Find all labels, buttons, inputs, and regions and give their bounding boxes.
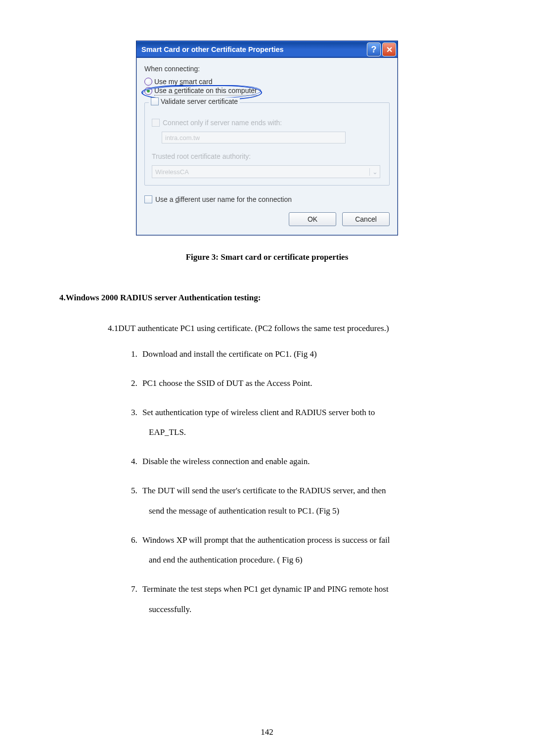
validate-server-legend[interactable]: Validate server certificate — [149, 97, 240, 105]
radio-certificate-label: Use a certificate on this computer — [154, 87, 257, 95]
different-user-row[interactable]: Use a different user name for the connec… — [144, 195, 390, 203]
help-icon: ? — [371, 45, 377, 55]
chevron-down-icon: ⌄ — [369, 168, 380, 176]
validate-server-groupbox: Validate server certificate Connect only… — [144, 102, 390, 186]
different-user-label: Use a different user name for the connec… — [155, 195, 292, 203]
connection-mode-radios: Use my smart card Use a certificate on t… — [144, 78, 390, 95]
connect-ends-with-row: Connect only if server name ends with: — [152, 119, 382, 127]
close-button[interactable]: ✕ — [382, 43, 396, 56]
step-2: PC1 choose the SSID of DUT as the Access… — [139, 374, 475, 394]
different-user-checkbox[interactable] — [144, 195, 152, 203]
smartcard-dialog: Smart Card or other Certificate Properti… — [136, 41, 398, 236]
radio-certificate-icon — [144, 87, 152, 95]
trusted-root-combo: WirelessCA ⌄ — [152, 165, 380, 178]
trusted-root-label: Trusted root certificate authority: — [152, 152, 251, 160]
subsection-41: 4.1DUT authenticate PC1 using certificat… — [108, 324, 475, 333]
radio-smart-card-label: Use my smart card — [154, 78, 212, 86]
step-6: Windows XP will prompt that the authenti… — [139, 530, 475, 571]
validate-server-checkbox[interactable] — [151, 97, 159, 105]
radio-use-certificate-row[interactable]: Use a certificate on this computer — [144, 87, 390, 95]
step-7: Terminate the test steps when PC1 get dy… — [139, 579, 475, 620]
validate-server-label: Validate server certificate — [161, 97, 238, 105]
help-button[interactable]: ? — [367, 43, 381, 56]
ok-button[interactable]: OK — [289, 212, 336, 226]
server-name-value: intra.com.tw — [165, 134, 200, 142]
section-heading: 4.Windows 2000 RADIUS server Authenticat… — [59, 293, 475, 303]
server-name-input: intra.com.tw — [162, 132, 346, 143]
trusted-root-label-row: Trusted root certificate authority: — [152, 152, 382, 160]
dialog-titlebar: Smart Card or other Certificate Properti… — [136, 41, 398, 58]
trusted-root-value: WirelessCA — [152, 168, 369, 176]
connect-ends-with-label: Connect only if server name ends with: — [163, 119, 282, 127]
figure-caption: Figure 3: Smart card or certificate prop… — [59, 252, 475, 262]
connect-ends-with-checkbox — [152, 119, 160, 127]
step-5: The DUT will send the user's certificate… — [139, 481, 475, 521]
step-3: Set authentication type of wireless clie… — [139, 403, 475, 443]
radio-use-smart-card-row[interactable]: Use my smart card — [144, 78, 390, 86]
step-4: Disable the wireless connection and enab… — [139, 452, 475, 472]
page-number: 142 — [0, 727, 534, 737]
procedure-steps: Download and install the certificate on … — [139, 344, 475, 620]
dialog-buttons: OK Cancel — [144, 212, 390, 226]
radio-smart-card-icon — [144, 78, 152, 86]
step-1: Download and install the certificate on … — [139, 344, 475, 365]
cancel-button[interactable]: Cancel — [342, 212, 390, 226]
dialog-title: Smart Card or other Certificate Properti… — [141, 46, 367, 53]
when-connecting-label: When connecting: — [144, 65, 390, 73]
close-icon: ✕ — [386, 45, 393, 54]
